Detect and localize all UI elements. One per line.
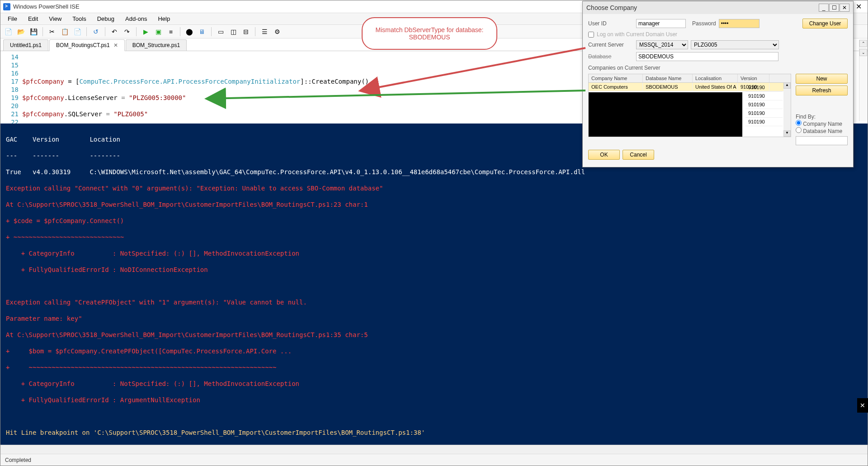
breakpoint-icon[interactable]: ⬤ [184,27,194,37]
tab-bom-routings[interactable]: BOM_RoutingsCT.ps1✕ [49,39,125,51]
editor-scrollbar[interactable]: ⌃ ⌄ [859,40,867,121]
dialog-maximize-icon[interactable]: ☐ [829,4,839,12]
tab-bom-structure[interactable]: BOM_Structure.ps1 [126,39,187,51]
status-text: Completed [5,457,31,463]
paste-icon[interactable]: 📄 [72,27,82,37]
table-scrollbar[interactable]: ▲ ▼ [783,82,791,137]
stop-icon[interactable]: ■ [166,27,176,37]
annotation-callout: Mismatch DbServerType for database: SBOD… [362,17,497,50]
scroll-collapse-icon[interactable]: ⌄ [859,49,867,56]
version-column: 910190 910190 910190 910190 910190 [745,83,783,126]
undo-icon[interactable]: ↶ [109,27,119,37]
remote-icon[interactable]: 🖥 [197,27,207,37]
run-selection-icon[interactable]: ▣ [153,27,163,37]
side-panel-toggle[interactable]: ✕ [857,398,868,413]
col-database-name[interactable]: Database Name [643,74,693,82]
find-input[interactable] [796,136,848,145]
password-label: Password [692,20,716,27]
menu-file[interactable]: File [3,14,22,24]
cancel-button[interactable]: Cancel [623,150,654,160]
save-icon[interactable]: 💾 [28,27,38,37]
col-localisation[interactable]: Localisation [693,74,738,82]
redacted-area [589,92,742,137]
change-user-button[interactable]: Change User [802,19,848,29]
menu-help[interactable]: Help [153,14,175,24]
companies-table[interactable]: Company Name Database Name Localisation … [588,74,791,137]
app-icon [3,3,10,10]
dialog-minimize-icon[interactable]: _ [819,4,829,12]
server-name-select[interactable]: PLZG005 [691,40,779,49]
database-label: Database [588,53,633,60]
copy-icon[interactable]: 📋 [60,27,70,37]
line-numbers: 1415161718192021222324 [0,51,22,124]
redo-icon[interactable]: ↷ [122,27,132,37]
close-icon[interactable]: ✕ [852,2,865,11]
ok-button[interactable]: OK [588,150,620,160]
current-server-label: Current Server [588,42,633,48]
menu-debug[interactable]: Debug [93,14,119,24]
menu-edit[interactable]: Edit [24,14,42,24]
find-company-radio[interactable]: Company Name [796,121,842,127]
pane1-icon[interactable]: ▭ [216,27,226,37]
scroll-up-icon[interactable]: ▲ [783,82,791,89]
dialog-title: Choose Company [586,4,637,11]
menu-addons[interactable]: Add-ons [121,14,151,24]
companies-label: Companies on Current Server [588,65,660,71]
menu-tools[interactable]: Tools [68,14,90,24]
open-file-icon[interactable]: 📂 [16,27,26,37]
scroll-expand-icon[interactable]: ⌃ [859,40,867,47]
database-input[interactable] [636,52,778,61]
dialog-close-icon[interactable]: ✕ [840,4,849,12]
pane3-icon[interactable]: ⊟ [241,27,251,37]
horizontal-scrollbar[interactable] [0,445,868,454]
col-version[interactable]: Version [738,74,769,82]
menu-view[interactable]: View [44,14,66,24]
status-bar: Completed [0,454,868,466]
pane2-icon[interactable]: ◫ [228,27,238,37]
new-button[interactable]: New [796,74,848,84]
scroll-down-icon[interactable]: ▼ [783,130,791,137]
user-id-label: User ID [588,20,633,27]
tool-icon[interactable]: ⚙ [272,27,282,37]
server-type-select[interactable]: MSSQL_2014 [636,40,688,49]
refresh-button[interactable]: Refresh [796,86,848,95]
password-input[interactable] [719,19,760,28]
domain-checkbox[interactable] [588,32,594,38]
domain-label: Log on with Current Domain User [597,31,677,38]
commands-icon[interactable]: ☰ [259,27,269,37]
cut-icon[interactable]: ✂ [47,27,57,37]
col-company-name[interactable]: Company Name [589,74,643,82]
tab-untitled[interactable]: Untitled1.ps1 [3,39,48,51]
find-by-label: Find By: [796,114,816,120]
clear-icon[interactable]: ↺ [91,27,101,37]
choose-company-dialog: Choose Company _ ☐ ✕ User ID Password Ch… [582,1,854,167]
window-title: Windows PowerShell ISE [13,3,80,10]
user-id-input[interactable] [636,19,686,28]
run-icon[interactable]: ▶ [141,27,151,37]
new-file-icon[interactable]: 📄 [3,27,13,37]
console-pane[interactable]: GAC Version Location --- ------- -------… [0,124,868,445]
find-database-radio[interactable]: Database Name [796,128,842,134]
tab-close-icon[interactable]: ✕ [113,42,118,48]
